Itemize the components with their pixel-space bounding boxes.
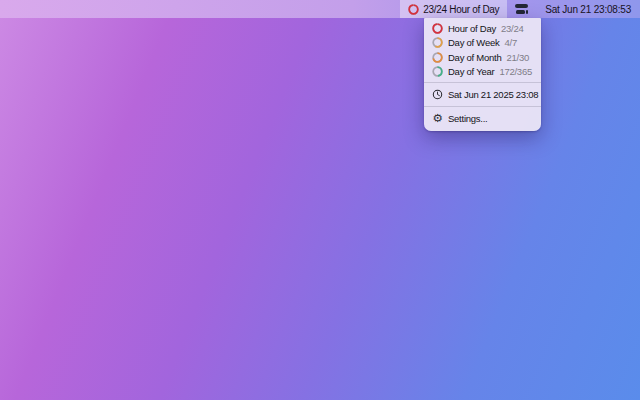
menu-bar: 23/24 Hour of Day Sat Jun 21 23:08:53 (0, 0, 640, 18)
menu-item-value: 4/7 (504, 37, 516, 48)
menu-bar-clock[interactable]: Sat Jun 21 23:08:53 (536, 0, 640, 18)
menu-bar-item-hour-of-day[interactable]: 23/24 Hour of Day (400, 0, 507, 18)
stacked-bars-icon (515, 4, 528, 14)
menu-item-value: 21/30 (507, 52, 530, 63)
menu-bar-item-label: 23/24 Hour of Day (423, 4, 499, 15)
menu-item-day-of-year[interactable]: Day of Year 172/365 (424, 65, 541, 80)
desktop-wallpaper (0, 0, 640, 400)
menu-item-day-of-month[interactable]: Day of Month 21/30 (424, 50, 541, 65)
menu-item-label: Day of Month (448, 52, 502, 63)
menu-bar-clock-label: Sat Jun 21 23:08:53 (545, 4, 631, 15)
menu-item-hour-of-day[interactable]: Hour of Day 23/24 (424, 21, 541, 36)
menu-item-label: Sat Jun 21 2025 23:08 (448, 89, 538, 100)
menu-item-label: Day of Year (448, 66, 494, 77)
menu-item-label: Hour of Day (448, 23, 496, 34)
progress-ring-icon (408, 4, 419, 15)
menu-item-day-of-week[interactable]: Day of Week 4/7 (424, 36, 541, 51)
day-of-week-ring-icon (432, 37, 443, 48)
menu-item-value: 172/365 (499, 66, 532, 77)
gear-icon: ⚙ (432, 113, 443, 124)
menu-item-settings[interactable]: ⚙ Settings... (424, 110, 541, 127)
menu-bar-spacer (0, 0, 400, 18)
menu-bar-item-extra[interactable] (507, 0, 536, 18)
day-of-month-ring-icon (432, 52, 443, 63)
day-of-year-ring-icon (432, 66, 443, 77)
menu-separator (424, 106, 541, 107)
menu-item-label: Day of Week (448, 37, 499, 48)
clock-icon (432, 89, 443, 100)
hour-of-day-dropdown-menu: Hour of Day 23/24 Day of Week 4/7 Day of… (424, 18, 541, 131)
menu-separator (424, 82, 541, 83)
menu-item-value: 23/24 (501, 23, 524, 34)
menu-item-label: Settings... (448, 113, 488, 124)
menu-item-datetime[interactable]: Sat Jun 21 2025 23:08 (424, 86, 541, 103)
hour-of-day-ring-icon (432, 23, 443, 34)
